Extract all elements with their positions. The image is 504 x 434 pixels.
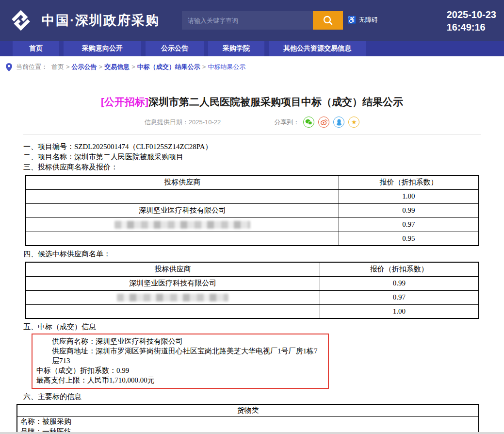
content-divider xyxy=(23,134,481,135)
candidates-table: 投标供应商报价（折扣系数）深圳坚业医疗科技有限公司0.990.971.00 xyxy=(25,262,479,319)
page-title: [公开招标]深圳市第二人民医院被服采购项目中标（成交）结果公示 xyxy=(23,95,481,109)
award-info-line: 供应商地址：深圳市罗湖区笋岗街道田心社区宝岗北路美芝大华电视厂1号厂房1栋7层7… xyxy=(36,346,324,366)
share-wechat-icon[interactable] xyxy=(303,117,314,128)
breadcrumb-item[interactable]: 交易信息 xyxy=(104,63,130,70)
section-award-heading: 五、中标（成交）信息 xyxy=(23,322,481,332)
subject-info-table: 货物类名称：被服采购品牌：一秋医纺规格型号：详见投标分项报价表数量：详见投标分项… xyxy=(16,404,479,434)
table-row: 深圳坚业医疗科技有限公司0.99 xyxy=(26,276,479,290)
price-cell: 0.99 xyxy=(339,203,479,217)
article-meta: 信息提供日期：2025-10-22 分享到： xyxy=(23,117,481,128)
nav-item-other-public-resources[interactable]: 其他公共资源交易信息 xyxy=(269,41,366,56)
award-info-line: 最高支付上限：人民币1,710,000.00元 xyxy=(36,375,324,385)
supplier-cell: 深圳坚业医疗科技有限公司 xyxy=(26,203,339,217)
supplier-cell xyxy=(26,290,320,304)
table-header: 投标供应商 xyxy=(26,262,320,276)
nav-item-procurement-intent[interactable]: 采购意向公开 xyxy=(64,41,141,56)
wheelchair-icon: ♿ xyxy=(347,16,357,24)
section-bidders-heading: 三、投标供应商名称及报价： xyxy=(23,162,481,172)
supplier-cell xyxy=(26,232,339,246)
breadcrumb-item[interactable]: 公示公告 xyxy=(72,63,97,70)
redacted-supplier-name xyxy=(117,294,228,301)
site-title: 中国·深圳政府采购 xyxy=(42,12,160,29)
table-row: 名称：被服采购 xyxy=(17,416,479,427)
redacted-supplier-name xyxy=(114,221,250,229)
share-bar: 分享到： ★ xyxy=(274,117,359,128)
title-category-tag: [公开招标] xyxy=(101,96,148,107)
section-subject-heading: 六、主要标的信息 xyxy=(23,392,481,402)
breadcrumb: 当前位置： 首页>公示公告>交易信息>中标（成交）结果公示>中标结果公示 xyxy=(0,56,504,78)
table-row: 1.00 xyxy=(26,304,479,318)
search-button[interactable] xyxy=(313,11,343,30)
table-row: 0.97 xyxy=(26,290,479,304)
breadcrumb-items: 首页>公示公告>交易信息>中标（成交）结果公示>中标结果公示 xyxy=(50,63,246,71)
search-icon xyxy=(323,15,333,26)
info-date: 信息提供日期：2025-10-22 xyxy=(145,118,221,127)
accessibility-label: 无障碍 xyxy=(359,16,378,24)
subject-detail-cell: 名称：被服采购 xyxy=(17,416,479,427)
share-label: 分享到： xyxy=(274,118,299,127)
accessibility-toggle[interactable]: ♿ 无障碍 xyxy=(347,16,378,24)
main-nav: 首页采购意向公开公示公告采购学院其他公共资源交易信息 xyxy=(0,41,504,56)
price-cell: 0.97 xyxy=(320,290,479,304)
award-info-line: 中标（成交）折扣系数：0.99 xyxy=(36,366,324,375)
current-date: 2025-10-23 xyxy=(447,8,496,21)
footer-strip xyxy=(0,432,504,434)
breadcrumb-separator: > xyxy=(66,63,70,70)
breadcrumb-item[interactable]: 首页 xyxy=(51,63,64,70)
share-qq-icon[interactable] xyxy=(333,117,344,128)
table-row: 0.97 xyxy=(26,217,479,232)
site-logo-icon xyxy=(7,6,35,34)
search-bar xyxy=(182,11,343,30)
datetime-display: 2025-10-23 16:49:16 xyxy=(447,8,496,33)
title-text: 深圳市第二人民医院被服采购项目中标（成交）结果公示 xyxy=(148,96,403,107)
table-header: 投标供应商 xyxy=(26,175,339,189)
award-info-line: 供应商名称：深圳坚业医疗科技有限公司 xyxy=(36,336,324,346)
share-favorite-icon[interactable]: ★ xyxy=(348,117,359,128)
section-project-number: 一、项目编号：SZDL2025001474（CLF0125SZ14ZC28PA） xyxy=(23,142,481,152)
nav-item-procurement-academy[interactable]: 采购学院 xyxy=(208,41,264,56)
nav-item-home[interactable]: 首页 xyxy=(13,41,59,56)
table-row: 0.95 xyxy=(26,232,479,246)
breadcrumb-separator: > xyxy=(202,63,206,70)
table-header: 报价（折扣系数） xyxy=(320,262,479,276)
section-project-name: 二、项目名称：深圳市第二人民医院被服采购项目 xyxy=(23,152,481,162)
breadcrumb-separator: > xyxy=(99,63,103,70)
price-cell: 0.95 xyxy=(339,232,479,246)
search-input[interactable] xyxy=(182,11,313,30)
price-cell: 1.00 xyxy=(339,189,479,203)
subject-table-header: 货物类 xyxy=(17,404,479,416)
location-pin-icon xyxy=(6,63,12,71)
supplier-cell xyxy=(26,189,339,203)
supplier-cell: 深圳坚业医疗科技有限公司 xyxy=(26,276,320,290)
nav-item-public-notices[interactable]: 公示公告 xyxy=(146,41,204,56)
table-header: 报价（折扣系数） xyxy=(339,175,479,189)
breadcrumb-item[interactable]: 中标结果公示 xyxy=(208,63,245,70)
breadcrumb-item[interactable]: 中标（成交）结果公示 xyxy=(137,63,200,70)
supplier-cell xyxy=(26,304,320,318)
breadcrumb-separator: > xyxy=(131,63,135,70)
supplier-cell xyxy=(26,217,339,232)
price-cell: 0.99 xyxy=(320,276,479,290)
award-info-box: 供应商名称：深圳坚业医疗科技有限公司供应商地址：深圳市罗湖区笋岗街道田心社区宝岗… xyxy=(32,334,329,389)
bidders-table: 投标供应商报价（折扣系数）1.00深圳坚业医疗科技有限公司0.990.970.9… xyxy=(25,175,479,246)
price-cell: 0.97 xyxy=(339,217,479,232)
table-row: 深圳坚业医疗科技有限公司0.99 xyxy=(26,203,479,217)
current-time: 16:49:16 xyxy=(447,21,496,33)
article-content: [公开招标]深圳市第二人民医院被服采购项目中标（成交）结果公示 信息提供日期：2… xyxy=(0,95,504,434)
share-weibo-icon[interactable] xyxy=(318,117,329,128)
table-row: 1.00 xyxy=(26,189,479,203)
section-candidates-heading: 四、候选中标供应商名单： xyxy=(23,249,481,259)
breadcrumb-label: 当前位置： xyxy=(16,63,48,71)
site-header: 中国·深圳政府采购 ♿ 无障碍 2025-10-23 16:49:16 xyxy=(0,0,504,41)
price-cell: 1.00 xyxy=(320,304,479,318)
